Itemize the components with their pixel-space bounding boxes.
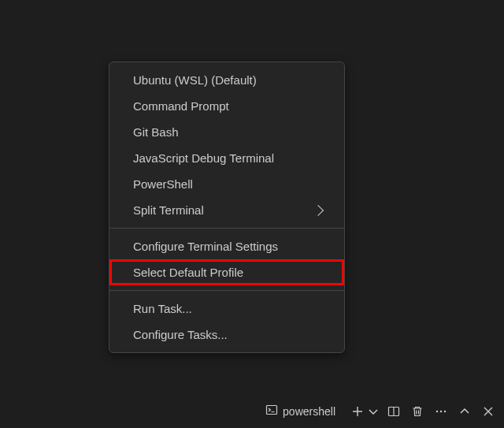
menu-item-configure-terminal-settings[interactable]: Configure Terminal Settings: [109, 233, 344, 259]
split-terminal-button[interactable]: [384, 402, 403, 421]
menu-item-run-task[interactable]: Run Task...: [109, 296, 344, 322]
menu-item-label: Configure Terminal Settings: [133, 240, 278, 253]
menu-item-command-prompt[interactable]: Command Prompt: [109, 93, 344, 119]
menu-item-select-default-profile[interactable]: Select Default Profile: [109, 259, 344, 285]
close-panel-button[interactable]: [479, 402, 498, 421]
menu-item-split-terminal[interactable]: Split Terminal: [109, 197, 344, 223]
svg-point-2: [436, 410, 438, 411]
terminal-icon: [265, 404, 278, 419]
menu-divider: [109, 290, 344, 291]
menu-item-label: Ubuntu (WSL) (Default): [133, 73, 257, 87]
terminal-panel-toolbar: powershell: [261, 400, 498, 422]
terminal-tab[interactable]: powershell: [261, 400, 343, 422]
menu-item-label: Split Terminal: [133, 203, 204, 217]
more-actions-button[interactable]: [432, 402, 450, 421]
terminal-tab-label: powershell: [283, 405, 335, 418]
menu-item-ubuntu-wsl[interactable]: Ubuntu (WSL) (Default): [109, 67, 344, 93]
svg-point-4: [444, 410, 446, 411]
menu-item-powershell[interactable]: PowerShell: [109, 171, 344, 197]
menu-item-label: Select Default Profile: [133, 266, 243, 279]
menu-item-label: Command Prompt: [133, 99, 229, 113]
menu-item-label: PowerShell: [133, 177, 193, 191]
menu-item-label: JavaScript Debug Terminal: [133, 151, 274, 165]
menu-item-label: Git Bash: [133, 125, 179, 139]
maximize-panel-button[interactable]: [455, 402, 474, 421]
new-terminal-dropdown-button[interactable]: [367, 402, 380, 421]
terminal-context-menu: Ubuntu (WSL) (Default) Command Prompt Gi…: [109, 61, 345, 353]
kill-terminal-button[interactable]: [408, 402, 427, 421]
menu-item-configure-tasks[interactable]: Configure Tasks...: [109, 322, 344, 348]
menu-item-js-debug-terminal[interactable]: JavaScript Debug Terminal: [109, 145, 344, 171]
menu-item-label: Configure Tasks...: [133, 328, 228, 341]
svg-rect-0: [267, 406, 277, 415]
new-terminal-group: [348, 402, 380, 421]
chevron-right-icon: [313, 204, 324, 215]
menu-divider: [109, 228, 344, 229]
menu-item-git-bash[interactable]: Git Bash: [109, 119, 344, 145]
menu-item-label: Run Task...: [133, 302, 192, 315]
svg-point-3: [440, 410, 442, 411]
new-terminal-button[interactable]: [348, 402, 367, 421]
